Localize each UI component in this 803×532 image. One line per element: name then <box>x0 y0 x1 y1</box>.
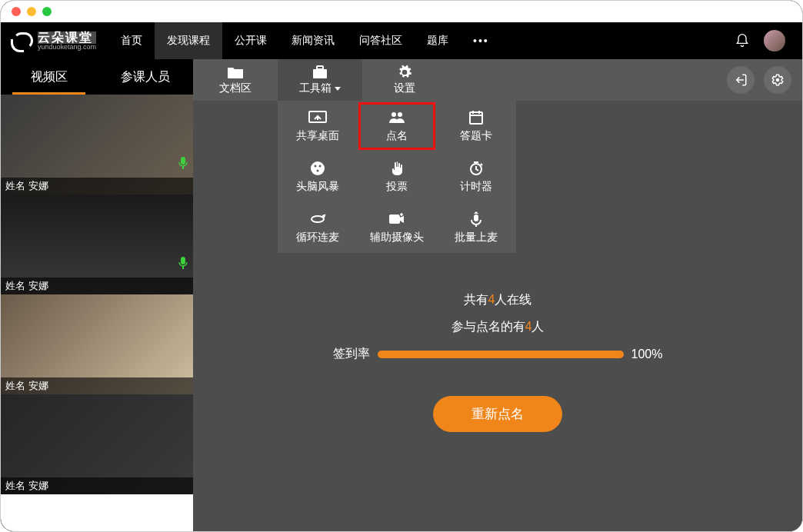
main-toolbar: 文档区 工具箱 设置 <box>193 59 802 101</box>
notification-icon[interactable] <box>735 33 750 48</box>
svg-rect-3 <box>182 266 184 269</box>
toolbox-dropdown: 共享桌面 点名 答题卡 头脑风暴 投票 <box>278 101 516 253</box>
maximize-dot[interactable] <box>42 7 52 16</box>
toolbar-label: 工具箱 <box>299 81 341 95</box>
svg-rect-2 <box>181 257 185 264</box>
svg-rect-10 <box>470 112 482 124</box>
logo-text: 云朵课堂 yunduoketang.com <box>38 32 96 51</box>
nav-qa[interactable]: 问答社区 <box>347 22 415 59</box>
svg-rect-1 <box>182 166 184 169</box>
svg-rect-19 <box>475 224 477 227</box>
body: 视频区 参课人员 姓名 安娜 姓名 安娜 姓名 安娜 <box>1 59 802 531</box>
caret-down-icon <box>335 87 341 91</box>
clock-icon <box>468 160 484 177</box>
tool-label: 投票 <box>386 180 408 194</box>
video-thumbnail <box>1 494 193 531</box>
mic-up-icon <box>469 211 483 228</box>
exit-button[interactable] <box>727 66 755 94</box>
video-tile[interactable]: 姓名 安娜 <box>1 195 193 294</box>
video-tile[interactable]: 姓名 安娜 <box>1 294 193 394</box>
tool-label: 点名 <box>386 129 408 143</box>
tool-label: 辅助摄像头 <box>370 231 424 244</box>
video-name: 姓名 安娜 <box>1 178 193 195</box>
calendar-icon <box>468 109 484 126</box>
checkin-rate-row: 签到率 100% <box>333 346 663 362</box>
nav-links: 首页 发现课程 公开课 新闻资讯 问答社区 题库 ••• <box>108 22 501 59</box>
logo[interactable]: 云朵课堂 yunduoketang.com <box>10 32 108 51</box>
tool-label: 循环连麦 <box>296 231 339 244</box>
tool-label: 头脑风暴 <box>296 180 339 194</box>
participated-line: 参与点名的有4人 <box>451 319 545 335</box>
nav-news[interactable]: 新闻资讯 <box>279 22 347 59</box>
tool-vote[interactable]: 投票 <box>357 151 436 202</box>
loop-icon <box>309 211 326 228</box>
tool-share-desktop[interactable]: 共享桌面 <box>278 101 357 151</box>
tab-video-area[interactable]: 视频区 <box>1 59 97 95</box>
svg-point-9 <box>398 112 402 117</box>
online-count-line: 共有4人在线 <box>464 292 532 308</box>
progress-bar <box>378 351 624 358</box>
mic-icon <box>178 256 188 273</box>
svg-point-8 <box>392 112 396 117</box>
nav-right <box>735 30 793 52</box>
sidebar-tabs: 视频区 参课人员 <box>1 59 193 95</box>
sidebar: 视频区 参课人员 姓名 安娜 姓名 安娜 姓名 安娜 <box>1 59 193 531</box>
retry-rollcall-button[interactable]: 重新点名 <box>433 396 562 432</box>
svg-rect-0 <box>181 157 185 165</box>
toolbar-documents[interactable]: 文档区 <box>193 59 278 101</box>
nav-open-class[interactable]: 公开课 <box>222 22 279 59</box>
tool-loop-mic[interactable]: 循环连麦 <box>278 202 357 253</box>
toolbar-label: 设置 <box>394 81 415 95</box>
rate-label: 签到率 <box>333 346 370 362</box>
nav-question-bank[interactable]: 题库 <box>415 22 461 59</box>
nav-more[interactable]: ••• <box>461 35 501 47</box>
tool-timer[interactable]: 计时器 <box>437 151 516 202</box>
tab-participants[interactable]: 参课人员 <box>97 59 193 95</box>
toolbar-right <box>727 66 802 94</box>
close-dot[interactable] <box>12 7 21 16</box>
people-icon <box>388 109 406 126</box>
tool-label: 批量上麦 <box>455 231 498 244</box>
tool-batch-mic[interactable]: 批量上麦 <box>437 202 516 253</box>
tool-answer-card[interactable]: 答题卡 <box>437 101 516 151</box>
svg-point-13 <box>318 165 321 168</box>
logo-title: 云朵课堂 <box>38 32 96 44</box>
video-tile[interactable]: 姓名 安娜 <box>1 394 193 494</box>
settings-button[interactable] <box>764 66 791 94</box>
svg-point-14 <box>316 170 318 172</box>
share-screen-icon <box>308 109 327 126</box>
video-list: 姓名 安娜 姓名 安娜 姓名 安娜 姓名 安娜 <box>1 95 193 531</box>
tool-brainstorm[interactable]: 头脑风暴 <box>278 151 357 202</box>
mic-icon <box>178 156 188 173</box>
video-tile[interactable] <box>1 494 193 531</box>
video-tile[interactable]: 姓名 安娜 <box>1 95 193 195</box>
video-name: 姓名 安娜 <box>1 477 193 494</box>
user-avatar[interactable] <box>764 30 785 52</box>
svg-point-6 <box>776 78 780 82</box>
minimize-dot[interactable] <box>27 7 36 16</box>
toolbar-toolbox[interactable]: 工具箱 <box>278 59 362 101</box>
tool-label: 共享桌面 <box>296 129 339 143</box>
svg-point-11 <box>311 161 325 175</box>
tool-rollcall[interactable]: 点名 <box>357 101 436 151</box>
logo-icon <box>13 32 33 49</box>
hand-icon <box>390 160 404 177</box>
gear-icon <box>397 65 412 80</box>
main-area: 文档区 工具箱 设置 <box>193 59 802 531</box>
video-name: 姓名 安娜 <box>1 377 193 394</box>
app-window: 云朵课堂 yunduoketang.com 首页 发现课程 公开课 新闻资讯 问… <box>0 0 803 532</box>
rate-value: 100% <box>631 347 663 361</box>
top-nav: 云朵课堂 yunduoketang.com 首页 发现课程 公开课 新闻资讯 问… <box>1 22 802 59</box>
nav-discover[interactable]: 发现课程 <box>155 22 222 59</box>
nav-home[interactable]: 首页 <box>108 22 155 59</box>
video-name: 姓名 安娜 <box>1 278 193 294</box>
film-icon <box>310 160 325 177</box>
toolbar-settings[interactable]: 设置 <box>362 59 447 101</box>
svg-rect-16 <box>389 214 400 224</box>
svg-rect-5 <box>317 66 323 69</box>
tool-label: 答题卡 <box>460 129 492 143</box>
camera-plus-icon <box>388 211 405 228</box>
svg-rect-4 <box>313 69 327 78</box>
folder-icon <box>227 65 244 80</box>
tool-aux-camera[interactable]: 辅助摄像头 <box>357 202 436 253</box>
